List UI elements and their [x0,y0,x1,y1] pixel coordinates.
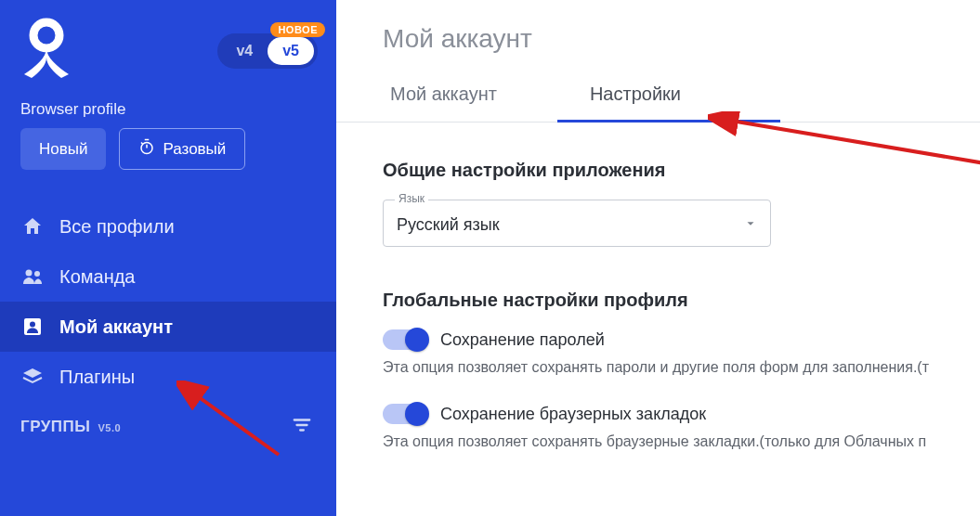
sidebar-item-label: Все профили [59,216,175,238]
disposable-profile-button[interactable]: Разовый [119,128,245,170]
app-logo [19,15,74,87]
svg-point-2 [26,270,33,277]
toggle-save-passwords-label: Сохранение паролей [440,330,605,350]
toggle-save-passwords[interactable] [383,329,427,350]
sidebar-item-my-account[interactable]: Мой аккаунт [0,302,336,352]
home-icon [20,214,45,239]
tab-my-account[interactable]: Мой аккаунт [390,74,497,122]
app-settings-heading: Общие настройки приложения [383,160,980,181]
svg-point-5 [30,322,35,328]
sidebar-item-label: Команда [59,266,135,288]
groups-heading: ГРУППЫ V5.0 [20,418,121,436]
chevron-down-icon [744,217,757,234]
new-profile-button[interactable]: Новый [20,128,106,170]
page-title: Мой аккаунт [336,17,980,74]
sidebar-nav: Все профили Команда Мой аккаунт Плагины [0,201,336,402]
version-toggle[interactable]: v4 v5 НОВОЕ [217,33,318,69]
team-icon [20,264,45,289]
badge-new: НОВОЕ [270,22,325,37]
tabs: Мой аккаунт Настройки [336,74,980,123]
disposable-button-label: Разовый [163,140,226,159]
groups-version: V5.0 [98,422,121,433]
svg-point-0 [33,22,59,48]
sidebar-item-plugins[interactable]: Плагины [0,352,336,402]
version-v5[interactable]: v5 [268,37,314,65]
sidebar-item-label: Мой аккаунт [59,316,173,338]
toggle-save-bookmarks[interactable] [383,404,427,424]
sidebar-item-label: Плагины [59,367,135,388]
profile-settings-heading: Глобальные настройки профиля [383,290,980,311]
plugins-icon [20,365,45,389]
toggle-save-passwords-desc: Эта опция позволяет сохранять пароли и д… [383,359,980,376]
sidebar-item-team[interactable]: Команда [0,252,336,302]
language-select[interactable]: Язык Русский язык [383,200,771,247]
sidebar-item-all-profiles[interactable]: Все профили [0,201,336,252]
main-content: Мой аккаунт Мой аккаунт Настройки Общие … [336,0,980,516]
toggle-save-bookmarks-desc: Эта опция позволяет сохранять браузерные… [383,433,980,450]
language-value: Русский язык [397,215,500,235]
version-v4[interactable]: v4 [221,37,268,65]
tab-underline [557,120,780,123]
toggle-save-bookmarks-label: Сохранение браузерных закладок [440,405,706,424]
filter-icon[interactable] [292,415,312,439]
account-icon [20,315,45,339]
tab-settings[interactable]: Настройки [590,74,681,122]
language-legend: Язык [395,192,428,205]
browser-profile-label: Browser profile [0,95,336,128]
svg-point-3 [34,271,40,277]
stopwatch-icon [138,138,155,160]
sidebar: v4 v5 НОВОЕ Browser profile Новый Разовы… [0,0,336,516]
